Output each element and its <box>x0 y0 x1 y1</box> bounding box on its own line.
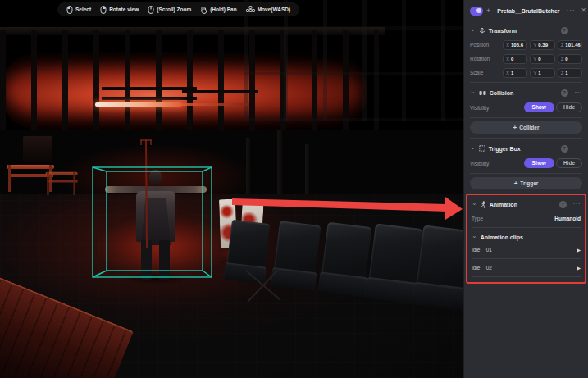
tool-zoom[interactable]: (Scroll) Zoom <box>148 6 191 14</box>
tool-move-wasd[interactable]: Move(WASD) <box>246 6 290 13</box>
trigger-box-icon <box>479 145 485 152</box>
tool-label: Select <box>75 7 91 12</box>
animation-clip-row[interactable]: Idle__02 ▶ <box>472 262 581 274</box>
mouse-right-click-icon <box>100 6 107 14</box>
tool-select[interactable]: Select <box>66 6 91 14</box>
clip-name: Idle__01 <box>472 247 577 253</box>
collision-show-button[interactable]: Show <box>524 102 554 112</box>
divider <box>470 138 582 139</box>
tool-rotate-view[interactable]: Rotate view <box>100 6 139 14</box>
leather-seat <box>318 222 371 305</box>
divider <box>472 227 581 228</box>
collapse-caret-icon[interactable]: ⌄ <box>470 144 476 151</box>
position-y-field[interactable]: Y 0.39 <box>530 40 554 50</box>
rotation-y-field[interactable]: Y 0 <box>530 54 554 64</box>
collapse-caret-icon[interactable]: ⌄ <box>472 233 477 239</box>
butcher-character[interactable] <box>105 168 207 283</box>
field-value: 1 <box>565 71 567 75</box>
collapse-caret-icon[interactable]: ⌄ <box>470 89 476 95</box>
section-more-icon[interactable]: ··· <box>575 27 583 34</box>
plus-icon: + <box>514 180 518 187</box>
axis-label: Y <box>533 71 536 75</box>
prefab-toggle-chip[interactable] <box>470 7 483 16</box>
info-icon[interactable]: ? <box>561 89 568 97</box>
field-value: 0.39 <box>538 43 548 48</box>
section-more-icon[interactable]: ··· <box>575 89 583 96</box>
axis-label: Z <box>561 57 564 61</box>
panel-sections: ⌄ Transform ? ··· Position X 105.6 <box>464 21 588 284</box>
viewport-toolbar: Select Rotate view (Scroll) Zoom <box>57 2 299 16</box>
rotation-row: Rotation X 0 Y 0 Z 0 <box>470 52 582 66</box>
info-icon[interactable]: ? <box>561 27 568 34</box>
animation-clip-row[interactable]: Idle__01 ▶ <box>472 244 581 256</box>
scale-row: Scale X 1 Y 1 Z 1 <box>470 66 582 80</box>
add-collider-button[interactable]: + Collider <box>470 121 582 134</box>
trigger-box-section: ⌄ Trigger Box ? ··· Visibility Show Hide <box>470 141 582 189</box>
section-title: Trigger Box <box>489 146 521 152</box>
animation-clips-header: ⌄ Animation clips <box>472 230 581 244</box>
trigger-hide-button[interactable]: Hide <box>556 158 582 169</box>
add-icon[interactable]: + <box>486 7 490 15</box>
visibility-label: Visibility <box>470 105 521 111</box>
panel-close-icon[interactable]: ✕ <box>581 7 586 14</box>
tool-label: Rotate view <box>109 7 139 12</box>
background-cage-grid <box>244 0 463 121</box>
field-value: 0 <box>565 57 567 61</box>
section-more-icon[interactable]: ··· <box>575 145 583 152</box>
panel-more-icon[interactable]: ··· <box>567 7 576 14</box>
add-trigger-button[interactable]: + Trigger <box>470 177 582 189</box>
axis-label: X <box>506 71 509 75</box>
position-z-field[interactable]: Z 101.46 <box>558 40 582 50</box>
animation-type-row: Type Humanoid <box>472 212 581 225</box>
panel-header: + Prefab__BrutalButcher ··· ✕ <box>464 0 588 21</box>
play-icon[interactable]: ▶ <box>577 266 581 271</box>
button-label: Trigger <box>520 180 538 186</box>
character-shadow <box>121 271 190 285</box>
metal-rail <box>182 90 258 93</box>
axis-label: Z <box>561 71 564 75</box>
field-value: 105.6 <box>511 43 523 48</box>
field-value: 101.46 <box>565 43 580 48</box>
tool-pan[interactable]: (Hold) Pan <box>200 6 237 14</box>
divider <box>472 276 581 277</box>
transform-gizmo-icon <box>479 27 485 34</box>
tool-label: (Hold) Pan <box>210 7 237 12</box>
scene-viewport[interactable]: Select Rotate view (Scroll) Zoom <box>0 0 463 378</box>
metal-rail <box>102 97 197 100</box>
type-value[interactable]: Humanoid <box>554 216 581 221</box>
rotation-x-field[interactable]: X 0 <box>503 54 527 64</box>
collapse-caret-icon[interactable]: ⌄ <box>470 26 476 33</box>
divider <box>472 258 581 259</box>
section-more-icon[interactable]: ··· <box>573 201 581 207</box>
character-leg <box>159 240 170 280</box>
axis-label: Z <box>561 43 564 48</box>
row-label: Position <box>470 42 499 48</box>
collapse-caret-icon[interactable]: ⌄ <box>472 200 477 207</box>
button-label: Collider <box>519 125 539 130</box>
scale-z-field[interactable]: Z 1 <box>558 68 582 78</box>
scale-y-field[interactable]: Y 1 <box>530 68 554 78</box>
editor-window: Select Rotate view (Scroll) Zoom <box>0 0 588 378</box>
clips-title: Animation clips <box>481 235 523 240</box>
field-value: 1 <box>511 71 513 75</box>
tool-label: Move(WASD) <box>258 7 290 12</box>
trigger-show-button[interactable]: Show <box>524 158 554 168</box>
info-icon[interactable]: ? <box>561 145 568 153</box>
collision-icon <box>479 90 486 96</box>
axis-label: Y <box>533 57 536 61</box>
collision-hide-button[interactable]: Hide <box>556 102 582 113</box>
position-row: Position X 105.6 Y 0.39 Z 101.46 <box>470 38 582 52</box>
scale-x-field[interactable]: X 1 <box>503 68 527 78</box>
play-icon[interactable]: ▶ <box>577 248 581 253</box>
row-label: Scale <box>470 70 499 75</box>
clip-name: Idle__02 <box>472 265 577 271</box>
field-value: 0 <box>538 57 540 61</box>
trigger-visibility-row: Visibility Show Hide <box>470 156 582 171</box>
character-apron <box>141 198 171 245</box>
character-head <box>149 170 162 184</box>
section-title: Transform <box>489 28 517 34</box>
divider <box>470 117 582 118</box>
info-icon[interactable]: ? <box>559 201 567 208</box>
position-x-field[interactable]: X 105.6 <box>503 40 527 50</box>
rotation-z-field[interactable]: Z 0 <box>558 54 582 64</box>
